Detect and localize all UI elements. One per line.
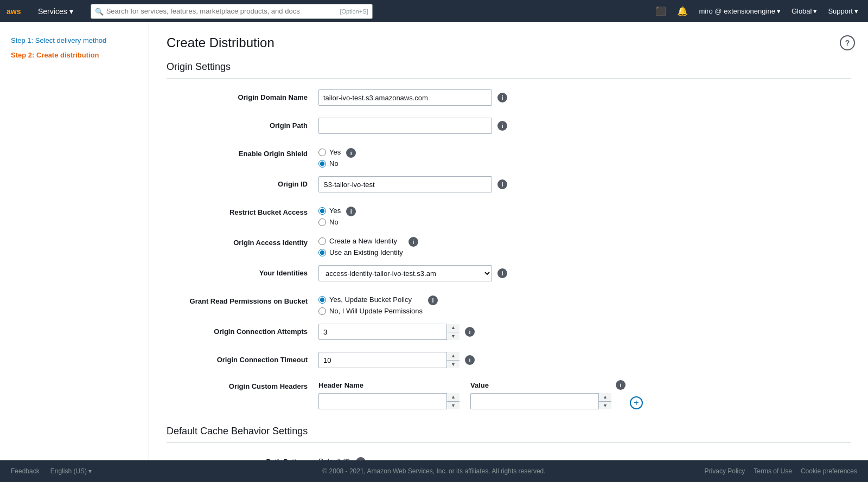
custom-headers-inputs: ▲ ▼ ▲ ▼ [318, 393, 626, 409]
restrict-bucket-access-row: Restrict Bucket Access Yes No i [167, 204, 851, 226]
origin-path-label: Origin Path [167, 118, 318, 131]
create-new-identity-label: Create a New Identity [329, 237, 397, 245]
region-label: Global [792, 7, 812, 15]
origin-connection-attempts-info[interactable]: i [465, 327, 475, 337]
header-name-up[interactable]: ▲ [447, 393, 459, 402]
enable-origin-shield-info[interactable]: i [346, 148, 356, 158]
header-value-up[interactable]: ▲ [599, 393, 611, 402]
grant-read-no-label: No, I Will Update Permissions [329, 307, 423, 315]
user-label: miro @ extensionengine [699, 7, 775, 15]
origin-connection-timeout-info[interactable]: i [465, 355, 475, 365]
svg-text:aws: aws [7, 7, 21, 16]
restrict-bucket-no-radio[interactable] [318, 218, 326, 226]
aws-logo[interactable]: aws [7, 5, 27, 17]
use-existing-identity-radio[interactable] [318, 249, 326, 256]
origin-id-label: Origin ID [167, 176, 318, 189]
search-input[interactable] [91, 4, 373, 19]
feedback-button[interactable]: Feedback [11, 467, 40, 475]
restrict-bucket-access-label: Restrict Bucket Access [167, 204, 318, 217]
origin-id-info[interactable]: i [497, 179, 507, 189]
origin-connection-attempts-up[interactable]: ▲ [447, 324, 459, 332]
create-new-identity-radio[interactable] [318, 237, 326, 245]
origin-access-identity-info[interactable]: i [409, 237, 418, 247]
nav-right: ⬛ 🔔 miro @ extensionengine ▾ Global ▾ Su… [652, 4, 861, 18]
enable-origin-shield-yes-option[interactable]: Yes [318, 148, 341, 156]
grant-read-no-radio[interactable] [318, 307, 326, 315]
origin-path-info[interactable]: i [497, 121, 507, 131]
grant-read-yes-option[interactable]: Yes, Update Bucket Policy [318, 295, 423, 304]
search-icon: 🔍 [95, 7, 104, 15]
enable-origin-shield-yes-label: Yes [329, 148, 341, 156]
header-name-down[interactable]: ▼ [447, 402, 459, 410]
add-header-button[interactable]: + [630, 396, 643, 409]
grant-read-permissions-control: Yes, Update Bucket Policy No, I Will Upd… [318, 293, 644, 315]
user-menu-button[interactable]: miro @ extensionengine ▾ [695, 5, 783, 17]
restrict-bucket-yes-radio[interactable] [318, 207, 326, 215]
origin-access-identity-label: Origin Access Identity [167, 235, 318, 248]
footer-right: Privacy Policy Terms of Use Cookie prefe… [705, 467, 857, 475]
enable-origin-shield-group: Yes No [318, 146, 341, 168]
origin-connection-attempts-down[interactable]: ▼ [447, 332, 459, 340]
language-chevron-icon: ▾ [88, 467, 92, 475]
enable-origin-shield-label: Enable Origin Shield [167, 146, 318, 159]
origin-id-input[interactable] [318, 176, 492, 192]
origin-connection-timeout-input[interactable] [318, 352, 459, 368]
terminal-button[interactable]: ⬛ [652, 4, 669, 18]
grant-read-no-option[interactable]: No, I Will Update Permissions [318, 307, 423, 315]
restrict-bucket-no-option[interactable]: No [318, 218, 341, 226]
region-button[interactable]: Global ▾ [788, 5, 821, 17]
cache-section-title: Default Cache Behavior Settings [167, 426, 851, 443]
origin-connection-attempts-row: Origin Connection Attempts ▲ ▼ i [167, 324, 851, 343]
chevron-down-icon: ▾ [69, 7, 73, 16]
origin-connection-timeout-up[interactable]: ▲ [447, 352, 459, 361]
language-selector[interactable]: English (US) ▾ [50, 467, 92, 475]
services-label: Services [38, 7, 67, 16]
sidebar-step2[interactable]: Step 2: Create distribution [0, 48, 149, 62]
grant-read-info[interactable]: i [428, 295, 438, 305]
grant-read-permissions-label: Grant Read Permissions on Bucket [167, 293, 318, 306]
your-identities-select[interactable]: access-identity-tailor-ivo-test.s3.am [318, 265, 492, 281]
origin-custom-headers-fields: Header Name Value i ▲ ▼ [318, 380, 626, 409]
origin-path-row: Origin Path i [167, 118, 851, 137]
origin-domain-name-label: Origin Domain Name [167, 89, 318, 102]
origin-connection-attempts-label: Origin Connection Attempts [167, 324, 318, 337]
origin-custom-headers-row: Origin Custom Headers Header Name Value … [167, 380, 851, 409]
use-existing-identity-option[interactable]: Use an Existing Identity [318, 248, 403, 256]
enable-origin-shield-no-option[interactable]: No [318, 159, 341, 168]
notifications-button[interactable]: 🔔 [674, 4, 691, 18]
grant-read-yes-radio[interactable] [318, 296, 326, 304]
origin-connection-timeout-spinner-btns: ▲ ▼ [446, 352, 459, 368]
header-name-input[interactable] [318, 393, 459, 409]
enable-origin-shield-yes-radio[interactable] [318, 149, 326, 156]
support-button[interactable]: Support ▾ [825, 5, 861, 17]
origin-domain-name-control: i [318, 89, 644, 106]
cookie-preferences-link[interactable]: Cookie preferences [801, 467, 857, 475]
origin-domain-name-info[interactable]: i [497, 93, 507, 102]
footer: Feedback English (US) ▾ © 2008 - 2021, A… [0, 460, 868, 482]
sidebar: Step 1: Select delivery method Step 2: C… [0, 22, 149, 482]
origin-path-input[interactable] [318, 118, 492, 134]
origin-connection-timeout-down[interactable]: ▼ [447, 361, 459, 369]
restrict-bucket-info[interactable]: i [346, 207, 356, 216]
origin-domain-name-input[interactable] [318, 89, 492, 106]
create-new-identity-option[interactable]: Create a New Identity [318, 237, 403, 245]
enable-origin-shield-control: Yes No i [318, 146, 644, 168]
enable-origin-shield-no-radio[interactable] [318, 160, 326, 168]
your-identities-info[interactable]: i [497, 268, 507, 278]
help-button[interactable]: ? [840, 35, 855, 50]
header-value-down[interactable]: ▼ [599, 402, 611, 410]
header-value-input[interactable] [470, 393, 611, 409]
use-existing-identity-label: Use an Existing Identity [329, 248, 403, 256]
terms-of-use-link[interactable]: Terms of Use [754, 467, 792, 475]
main-content: ? Create Distribution Origin Settings Or… [149, 22, 868, 482]
your-identities-row: Your Identities access-identity-tailor-i… [167, 265, 851, 285]
privacy-policy-link[interactable]: Privacy Policy [705, 467, 745, 475]
origin-access-identity-group: Create a New Identity Use an Existing Id… [318, 235, 403, 256]
origin-connection-attempts-input[interactable] [318, 324, 459, 340]
services-button[interactable]: Services ▾ [34, 5, 78, 18]
origin-access-identity-control: Create a New Identity Use an Existing Id… [318, 235, 644, 256]
custom-headers-info[interactable]: i [616, 380, 626, 390]
sidebar-step1[interactable]: Step 1: Select delivery method [0, 33, 149, 48]
restrict-bucket-yes-option[interactable]: Yes [318, 207, 341, 215]
grant-read-yes-label: Yes, Update Bucket Policy [329, 295, 412, 304]
